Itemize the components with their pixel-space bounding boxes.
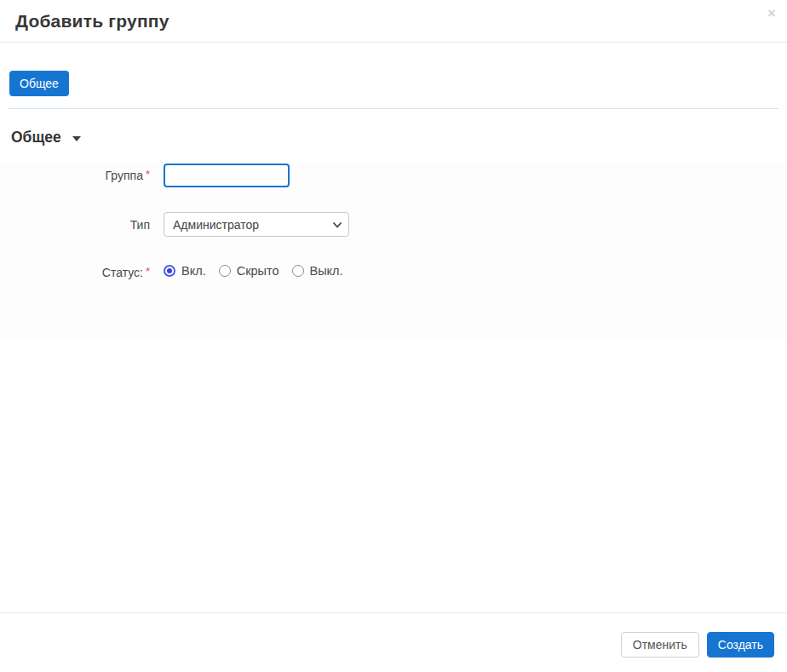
tab-bar: Общее: [9, 71, 69, 96]
status-radio-group: Вкл. Скрыто Выкл.: [164, 264, 356, 278]
tab-general[interactable]: Общее: [9, 71, 69, 96]
status-option-off[interactable]: Выкл.: [292, 264, 343, 278]
close-icon[interactable]: ×: [762, 4, 781, 23]
radio-off-icon[interactable]: [292, 265, 304, 277]
footer-buttons: Отменить Создать: [621, 632, 774, 658]
chevron-down-icon: [72, 136, 81, 141]
form-panel: [0, 164, 787, 339]
type-select-wrap: Администратор: [164, 212, 349, 237]
status-field-label: Статус:*: [0, 266, 150, 279]
section-header-general[interactable]: Общее: [11, 129, 81, 146]
footer-divider: [0, 612, 787, 613]
cancel-button[interactable]: Отменить: [621, 632, 699, 658]
status-option-hidden[interactable]: Скрыто: [219, 264, 279, 278]
type-select[interactable]: Администратор: [164, 212, 349, 237]
dialog-header: Добавить группу ×: [0, 0, 787, 43]
radio-on-icon[interactable]: [164, 265, 175, 277]
tab-divider: [9, 108, 778, 109]
status-option-on[interactable]: Вкл.: [164, 264, 206, 278]
type-field-label: Тип: [0, 218, 150, 232]
section-title: Общее: [11, 129, 61, 146]
required-asterisk: *: [146, 265, 150, 278]
required-asterisk: *: [146, 168, 150, 181]
create-button[interactable]: Создать: [707, 632, 774, 658]
group-field-label: Группа*: [0, 169, 150, 182]
add-group-dialog: Добавить группу × Общее Общее Группа* Ти…: [0, 0, 787, 672]
radio-hidden-icon[interactable]: [219, 265, 231, 277]
dialog-title: Добавить группу: [15, 11, 169, 32]
group-name-input[interactable]: [164, 164, 290, 187]
